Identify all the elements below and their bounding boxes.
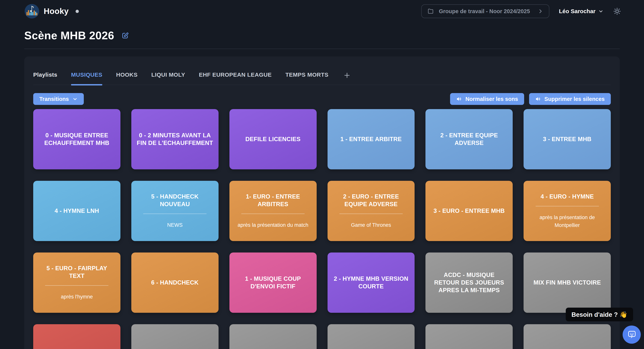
music-tile[interactable] (131, 324, 218, 349)
tab-liqui-moly[interactable]: LIQUI MOLY (151, 71, 185, 85)
help-tooltip: Besoin d'aide ? 👋 (566, 308, 633, 321)
chevron-right-icon (538, 8, 543, 14)
title-divider (24, 49, 620, 49)
music-tile[interactable]: 5 - EURO - FAIRPLAY TEXTaprès l'hymne (33, 253, 120, 313)
music-tile[interactable]: 3 - EURO - ENTREE MHB (426, 181, 513, 241)
remove-silences-label: Supprimer les silences (544, 96, 605, 102)
music-tile[interactable]: 4 - EURO - HYMNEaprès la présentation de… (524, 181, 611, 241)
tile-divider (536, 206, 599, 206)
tab-playlists[interactable]: Playlists (33, 71, 57, 85)
plus-icon (344, 72, 351, 79)
user-menu[interactable]: Léo Sarochar (559, 8, 604, 14)
tile-title: 1 - ENTREE ARBITRE (340, 135, 402, 143)
transitions-button[interactable]: Transitions (33, 93, 84, 105)
header: ♪ Hooky Groupe de travail - Noor 2024/20… (0, 0, 644, 22)
music-tile[interactable] (230, 324, 317, 349)
edit-title-button[interactable] (122, 32, 129, 39)
tile-subtitle: après l'hymne (61, 293, 93, 301)
music-tile[interactable]: MIX FIN MHB VICTOIRE (524, 253, 611, 313)
tile-divider (339, 214, 403, 214)
remove-silences-button[interactable]: Supprimer les silences (529, 93, 611, 105)
music-tile[interactable]: 1 - ENTREE ARBITRE (328, 109, 415, 169)
tile-title: ACDC - MUSIQUE RETOUR DES JOUEURS APRES … (430, 271, 508, 294)
music-tile[interactable] (33, 324, 120, 349)
tile-subtitle: après la présentation de Montpellier (528, 214, 606, 229)
app-root: { "header": { "app_name": "Hooky", "work… (0, 0, 644, 349)
app-name: Hooky (44, 7, 69, 16)
tile-divider (241, 214, 305, 214)
music-tile[interactable]: 2 - HYMNE MHB VERSION COURTE (328, 253, 415, 313)
music-tile[interactable]: DEFILE LICENCIES (230, 109, 317, 169)
chat-smiley-icon (627, 330, 637, 340)
tile-title: 3 - ENTREE MHB (543, 135, 592, 143)
edit-icon (122, 32, 129, 39)
toolbar: Transitions Normaliser les sons (33, 93, 611, 105)
tabs: PlaylistsMUSIQUESHOOKSLIQUI MOLYEHF EURO… (33, 56, 611, 85)
tile-title: 1 - MUSIQUE COUP D'ENVOI FICTIF (234, 275, 312, 290)
music-tile[interactable]: 4 - HYMNE LNH (33, 181, 120, 241)
music-tile[interactable] (426, 324, 513, 349)
tile-title: 3 - EURO - ENTREE MHB (434, 207, 505, 215)
tile-title: 2 - HYMNE MHB VERSION COURTE (332, 275, 410, 290)
tile-title: 4 - HYMNE LNH (54, 207, 99, 215)
tile-subtitle: après la présentation du match (238, 221, 308, 229)
tile-title: 2 - EURO - ENTREE EQUIPE ADVERSE (332, 193, 410, 208)
normalize-label: Normaliser les sons (465, 96, 518, 102)
svg-text:♪: ♪ (29, 4, 34, 13)
presence-dot (76, 10, 79, 13)
tile-title: MIX FIN MHB VICTOIRE (534, 279, 601, 287)
music-tile[interactable]: ACDC - MUSIQUE RETOUR DES JOUEURS APRES … (426, 253, 513, 313)
music-tile[interactable]: 2 - EURO - ENTREE EQUIPE ADVERSEGame of … (328, 181, 415, 241)
music-tile[interactable]: 0 - 2 MINUTES AVANT LA FIN DE L'ECHAUFFE… (131, 109, 218, 169)
workgroup-label: Groupe de travail - Noor 2024/2025 (439, 8, 530, 14)
chat-fab-button[interactable] (622, 326, 641, 344)
folder-icon (427, 8, 434, 14)
tile-title: 5 - HANDCHECK NOUVEAU (136, 193, 214, 208)
music-tile[interactable]: 6 - HANDCHECK (131, 253, 218, 313)
normalize-sounds-button[interactable]: Normaliser les sons (450, 93, 524, 105)
tile-title: 4 - EURO - HYMNE (540, 193, 594, 200)
page-title: Scène MHB 2026 (24, 29, 114, 42)
toolbar-right: Normaliser les sons Supprimer les silenc… (450, 93, 611, 105)
add-tab-button[interactable] (344, 72, 351, 85)
tile-subtitle: Game of Thrones (351, 221, 391, 229)
speaker-icon (456, 96, 462, 102)
music-tile[interactable]: 5 - HANDCHECK NOUVEAUNEWS (131, 181, 218, 241)
tile-divider (143, 214, 206, 214)
music-tile[interactable] (328, 324, 415, 349)
tile-title: 2 - ENTREE EQUIPE ADVERSE (430, 132, 508, 147)
tile-subtitle: NEWS (167, 221, 183, 229)
tile-title: 1- EURO - ENTREE ARBITRES (234, 193, 312, 208)
transitions-label: Transitions (39, 96, 69, 102)
tile-title: 0 - MUSIQUE ENTREE ECHAUFFEMENT MHB (38, 132, 116, 147)
header-right: Groupe de travail - Noor 2024/2025 Léo S… (421, 4, 621, 18)
music-tile[interactable]: 1 - MUSIQUE COUP D'ENVOI FICTIF (230, 253, 317, 313)
theme-toggle-button[interactable] (613, 7, 621, 15)
chevron-down-icon (598, 8, 604, 14)
music-tile[interactable]: 0 - MUSIQUE ENTREE ECHAUFFEMENT MHB (33, 109, 120, 169)
title-row: Scène MHB 2026 (24, 29, 644, 42)
speaker-icon (535, 96, 541, 102)
workgroup-selector-button[interactable]: Groupe de travail - Noor 2024/2025 (421, 4, 549, 18)
tile-title: 0 - 2 MINUTES AVANT LA FIN DE L'ECHAUFFE… (136, 132, 214, 147)
tab-ehf-european-league[interactable]: EHF EUROPEAN LEAGUE (199, 71, 272, 85)
tile-title: 5 - EURO - FAIRPLAY TEXT (38, 265, 116, 280)
music-tile-grid: 0 - MUSIQUE ENTREE ECHAUFFEMENT MHB0 - 2… (33, 109, 611, 349)
brand[interactable]: ♪ Hooky (24, 4, 79, 19)
user-name: Léo Sarochar (559, 8, 596, 14)
hooky-logo-icon: ♪ (24, 4, 40, 19)
music-tile[interactable] (524, 324, 611, 349)
chevron-down-icon (72, 96, 78, 102)
music-tile[interactable]: 2 - ENTREE EQUIPE ADVERSE (426, 109, 513, 169)
tab-musiques[interactable]: MUSIQUES (71, 71, 102, 85)
playlist-card: PlaylistsMUSIQUESHOOKSLIQUI MOLYEHF EURO… (24, 56, 620, 349)
tile-title: 6 - HANDCHECK (151, 279, 198, 287)
music-tile[interactable]: 1- EURO - ENTREE ARBITRESaprès la présen… (230, 181, 317, 241)
tab-hooks[interactable]: HOOKS (116, 71, 138, 85)
music-tile[interactable]: 3 - ENTREE MHB (524, 109, 611, 169)
tile-divider (45, 285, 108, 286)
tile-title: DEFILE LICENCIES (246, 135, 300, 143)
sun-icon (613, 7, 621, 15)
tab-temps-morts[interactable]: TEMPS MORTS (285, 71, 328, 85)
